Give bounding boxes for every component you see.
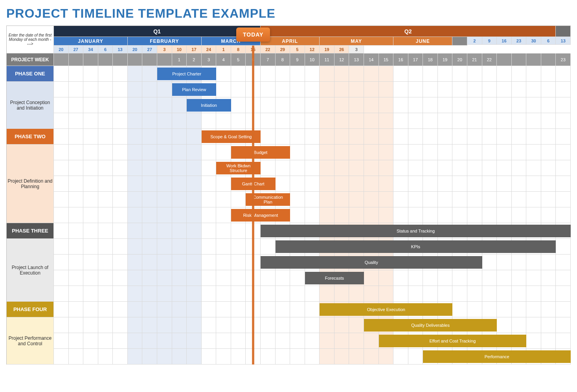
- grid-cell: [349, 192, 364, 207]
- grid-cell: [216, 82, 231, 97]
- grid-cell: [202, 207, 217, 223]
- grid-cell: [526, 129, 541, 145]
- grid-cell: [497, 82, 512, 97]
- grid-cell: [467, 129, 482, 145]
- grid-cell: [482, 255, 497, 270]
- grid-cell: [113, 113, 128, 129]
- gantt-bar[interactable]: Budget: [231, 146, 290, 159]
- grid-cell: [98, 286, 113, 302]
- grid-cell: [349, 66, 364, 82]
- phase-header: PHASE FOUR: [7, 302, 54, 317]
- week-cell: 7: [261, 53, 276, 66]
- grid-cell: [142, 302, 157, 317]
- grid-cell: [246, 223, 261, 239]
- week-cell: 11: [320, 53, 334, 66]
- grid-cell: [172, 270, 187, 286]
- gantt-bar[interactable]: Project Charter: [157, 68, 216, 80]
- gantt-bar[interactable]: KPIs: [276, 240, 556, 253]
- grid-cell: [379, 207, 394, 223]
- grid-cell: [290, 145, 305, 160]
- grid-cell: [290, 66, 305, 82]
- grid-cell: [98, 82, 113, 97]
- gantt-bar[interactable]: Initiation: [187, 99, 231, 112]
- grid-cell: [526, 145, 541, 160]
- gantt-bar[interactable]: Objective Execution: [320, 303, 452, 316]
- gantt-bar[interactable]: Effort and Cost Tracking: [379, 335, 527, 347]
- week-cell: 20: [452, 53, 467, 66]
- gantt-bar[interactable]: Performance: [423, 350, 571, 363]
- gantt-bar[interactable]: Work Bkdwn Structure: [216, 162, 261, 174]
- grid-cell: [438, 129, 453, 145]
- grid-cell: [54, 333, 69, 349]
- day-cell: 5: [290, 46, 305, 53]
- grid-cell: [202, 270, 217, 286]
- grid-cell: [541, 129, 556, 145]
- gantt-bar[interactable]: Forecasts: [305, 272, 364, 284]
- grid-cell: [69, 333, 84, 349]
- grid-cell: [556, 192, 571, 207]
- grid-cell: [113, 145, 128, 160]
- grid-cell: [305, 145, 320, 160]
- gantt-bar[interactable]: Status and Tracking: [261, 225, 571, 237]
- grid-cell: [276, 160, 290, 176]
- grid-cell: [482, 270, 497, 286]
- grid-cell: [408, 176, 423, 192]
- grid-cell: [482, 82, 497, 97]
- gantt-bar[interactable]: Communication Plan: [246, 193, 290, 206]
- week-cell: [157, 53, 172, 66]
- grid-cell: [364, 176, 379, 192]
- week-cell: 3: [202, 53, 217, 66]
- grid-cell: [334, 207, 349, 223]
- grid-cell: [98, 113, 113, 129]
- grid-cell: [187, 113, 202, 129]
- week-cell: 10: [305, 53, 320, 66]
- grid-cell: [128, 349, 143, 365]
- grid-cell: [482, 66, 497, 82]
- grid-cell: [187, 286, 202, 302]
- grid-cell: [526, 333, 541, 349]
- gantt-bar[interactable]: Scope & Goal Setting: [202, 130, 261, 143]
- grid-cell: [349, 160, 364, 176]
- grid-cell: [231, 239, 246, 255]
- grid-cell: [69, 207, 84, 223]
- gantt-bar[interactable]: Plan Review: [172, 83, 217, 96]
- grid-cell: [128, 192, 143, 207]
- grid-cell: [69, 270, 84, 286]
- grid-cell: [320, 286, 334, 302]
- grid-cell: [393, 113, 408, 129]
- gantt-bar[interactable]: Gantt Chart: [231, 178, 276, 190]
- grid-cell: [364, 82, 379, 97]
- grid-cell: [98, 239, 113, 255]
- grid-cell: [83, 160, 98, 176]
- grid-cell: [202, 317, 217, 333]
- gantt-bar[interactable]: Quality Deliverables: [364, 319, 497, 332]
- grid-cell: [526, 113, 541, 129]
- grid-cell: [172, 317, 187, 333]
- day-cell: 19: [320, 46, 334, 53]
- grid-cell: [452, 145, 467, 160]
- grid-cell: [157, 333, 172, 349]
- grid-cell: [334, 286, 349, 302]
- week-cell: 21: [467, 53, 482, 66]
- grid-cell: [379, 145, 394, 160]
- grid-cell: [231, 349, 246, 365]
- grid-cell: [69, 145, 84, 160]
- grid-cell: [98, 333, 113, 349]
- grid-cell: [482, 207, 497, 223]
- grid-cell: [497, 270, 512, 286]
- grid-cell: [305, 97, 320, 113]
- grid-cell: [423, 82, 438, 97]
- grid-cell: [423, 145, 438, 160]
- grid-cell: [512, 82, 527, 97]
- day-cell: 2: [467, 37, 482, 45]
- grid-cell: [320, 82, 334, 97]
- grid-cell: [467, 176, 482, 192]
- grid-cell: [497, 317, 512, 333]
- grid-cell: [482, 160, 497, 176]
- grid-cell: [261, 66, 276, 82]
- gantt-bar[interactable]: Quality: [261, 256, 482, 269]
- gantt-bar[interactable]: Risk Management: [231, 209, 290, 222]
- grid-cell: [438, 270, 453, 286]
- grid-cell: [142, 97, 157, 113]
- grid-cell: [512, 176, 527, 192]
